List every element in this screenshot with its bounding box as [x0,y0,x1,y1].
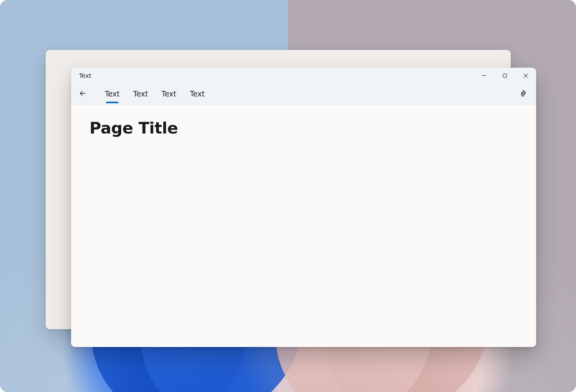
tab-1[interactable]: Text [127,84,155,104]
titlebar: Text [71,68,536,84]
nav-tabs: Text Text Text Text [98,84,211,104]
maximize-icon [502,73,507,78]
close-icon [523,73,528,78]
page-title: Page Title [89,119,518,137]
minimize-button[interactable] [474,68,495,84]
maximize-button[interactable] [495,68,515,84]
back-button[interactable] [75,87,90,101]
close-button[interactable] [515,68,536,84]
settings-button[interactable] [516,87,531,101]
tab-3[interactable]: Text [183,84,212,104]
tab-label: Text [161,90,176,98]
tab-2[interactable]: Text [155,84,183,104]
minimize-icon [482,73,487,78]
app-window: Text [71,68,536,347]
tab-label: Text [190,90,205,98]
tab-label: Text [133,90,148,98]
svg-point-5 [522,92,525,95]
svg-rect-1 [503,74,507,77]
arrow-left-icon [79,90,86,98]
tab-label: Text [105,90,120,98]
window-title: Text [71,72,91,79]
desktop-background: Text [0,0,576,392]
gear-icon [519,89,527,99]
page-content: Page Title [71,105,536,347]
tab-0[interactable]: Text [98,84,127,104]
toolbar: Text Text Text Text [71,84,536,105]
